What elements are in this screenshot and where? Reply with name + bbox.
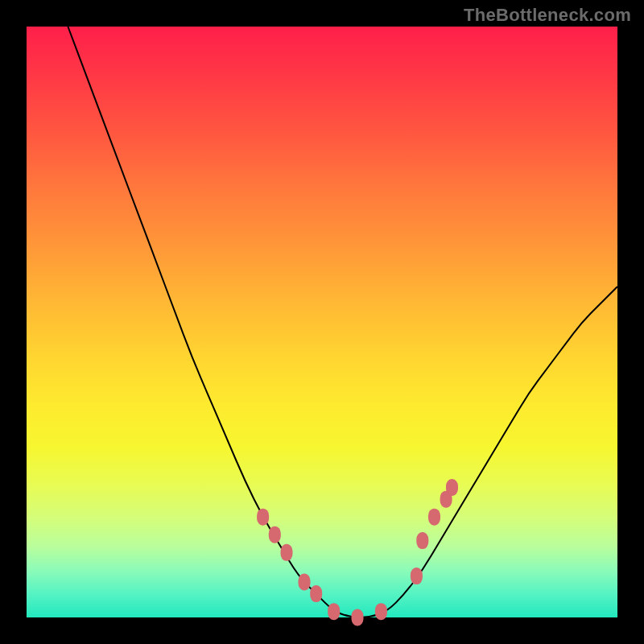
chart-svg bbox=[27, 27, 617, 617]
curve-marker bbox=[411, 568, 423, 584]
curve-marker bbox=[281, 544, 293, 561]
curve-marker bbox=[352, 609, 364, 626]
curve-marker bbox=[257, 509, 269, 526]
watermark-text: TheBottleneck.com bbox=[464, 5, 631, 26]
curve-marker bbox=[328, 603, 340, 620]
curve-marker bbox=[375, 603, 387, 620]
marker-group bbox=[257, 479, 458, 626]
curve-marker bbox=[446, 479, 458, 496]
plot-area bbox=[27, 27, 617, 617]
curve-marker bbox=[269, 526, 281, 543]
curve-marker bbox=[416, 532, 428, 549]
chart-stage: TheBottleneck.com bbox=[0, 0, 644, 644]
curve-marker bbox=[428, 509, 440, 526]
curve-marker bbox=[310, 585, 322, 602]
curve-marker bbox=[299, 574, 311, 591]
bottleneck-curve bbox=[68, 27, 617, 617]
